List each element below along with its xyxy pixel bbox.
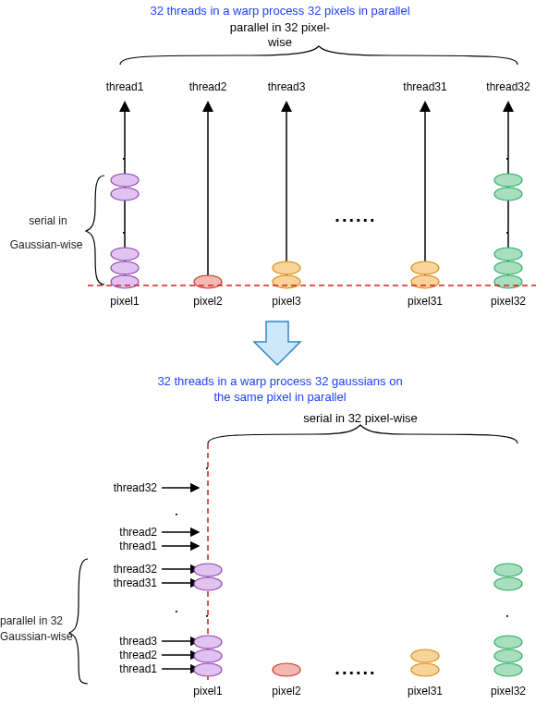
- vdots-bp1: ···: [206, 615, 208, 617]
- vdots-bu: ···: [176, 514, 177, 516]
- bottom-top-brace: [208, 425, 517, 443]
- bp2-e: [273, 663, 300, 676]
- vdots-btop: ···: [206, 467, 208, 469]
- bottom-title-blue-l1: 32 threads in a warp process 32 gaussian…: [0, 374, 560, 388]
- bp31-e1: [411, 649, 439, 662]
- ellipse-p31-b: [411, 275, 439, 288]
- left-brace-top: [86, 176, 104, 285]
- ellipse-p32-b: [494, 188, 522, 200]
- diagram-root: 32 threads in a warp process 32 pixels i…: [0, 0, 560, 728]
- ellipse-p1-c: [111, 248, 139, 261]
- pixel31-label-top: pixel31: [408, 295, 443, 308]
- bottom-diagram-svg: thread32 ··· thread2 thread1 thread32 th…: [0, 406, 560, 728]
- bp1-e1: [194, 564, 222, 576]
- big-arrow-down-icon: [250, 319, 305, 370]
- ellipse-p3-b: [273, 275, 300, 288]
- bp1-e5: [194, 663, 222, 676]
- ellipse-p32-c: [494, 248, 522, 261]
- ellipse-p3-a: [273, 261, 300, 274]
- ellipse-p2: [194, 275, 222, 288]
- ellipse-p1-d: [111, 261, 139, 274]
- bp32-label: pixel32: [491, 685, 526, 698]
- top-diagram-svg: thread1 thread2 thread3 thread31 thread3…: [0, 0, 560, 360]
- ellipse-p32-a: [494, 174, 522, 187]
- bp32-e3: [494, 636, 522, 649]
- bp32-e1: [494, 564, 522, 576]
- b-thread32: thread32: [114, 563, 158, 576]
- ellipse-p31-a: [411, 261, 439, 274]
- vdots-bl: ···: [176, 611, 177, 613]
- side-label-bottom-l1: parallel in 32: [0, 614, 83, 627]
- b-thread2-u: thread2: [119, 526, 157, 539]
- pixel32-label-top: pixel32: [491, 295, 526, 308]
- pixel3-label-top: pixel3: [272, 295, 301, 308]
- ellipse-p1-e: [111, 275, 139, 288]
- b-thread32-u: thread32: [114, 481, 158, 494]
- bp32-e2: [494, 577, 522, 590]
- vdots-bp32: ···: [506, 615, 508, 617]
- pixel1-label-top: pixel1: [110, 295, 140, 308]
- bp1-e4: [194, 649, 222, 662]
- b-thread3: thread3: [119, 635, 157, 648]
- ellipse-p32-d: [494, 261, 522, 274]
- bp32-e4: [494, 649, 522, 662]
- ellipse-p32-e: [494, 275, 522, 288]
- top-brace: [120, 46, 517, 65]
- bp1-e3: [194, 636, 222, 649]
- b-thread1: thread1: [119, 662, 157, 675]
- side-label-top-l2: Gaussian-wise: [0, 238, 92, 251]
- b-thread1-u: thread1: [119, 540, 157, 552]
- side-label-bottom-l2: Gaussian-wise: [0, 630, 92, 643]
- bottom-title-blue-l2: the same pixel in parallel: [0, 390, 560, 404]
- bp1-label: pixel1: [193, 685, 223, 698]
- bp1-e2: [194, 577, 222, 590]
- bp31-e2: [411, 663, 439, 676]
- bp32-e5: [494, 663, 522, 676]
- bp2-label: pixel2: [272, 685, 301, 698]
- pixel2-label-top: pixel2: [193, 295, 223, 308]
- ellipse-p1-a: [111, 174, 139, 187]
- hdots-bottom: ......: [335, 658, 376, 678]
- thread32-label: thread32: [486, 80, 530, 93]
- hdots-top: ......: [335, 205, 376, 225]
- thread3-label: thread3: [268, 80, 306, 93]
- ellipse-p1-b: [111, 188, 139, 200]
- bp31-label: pixel31: [408, 685, 443, 698]
- thread31-label: thread31: [403, 80, 447, 93]
- b-thread31: thread31: [114, 576, 158, 589]
- thread1-label: thread1: [106, 80, 144, 93]
- thread2-label: thread2: [189, 80, 227, 93]
- side-label-top-l1: serial in: [11, 214, 85, 227]
- b-thread2: thread2: [119, 649, 157, 661]
